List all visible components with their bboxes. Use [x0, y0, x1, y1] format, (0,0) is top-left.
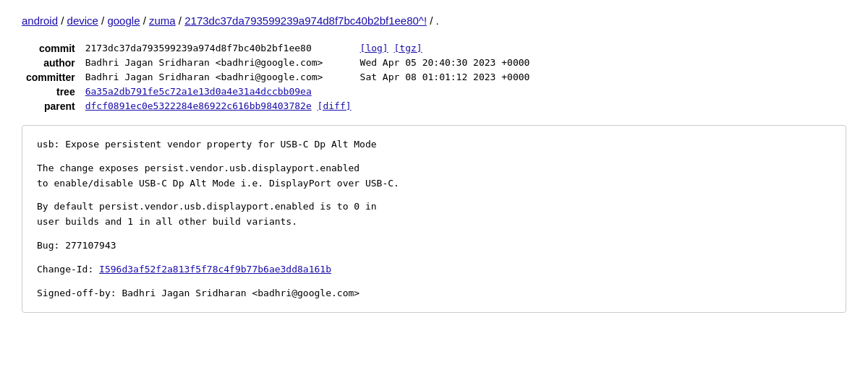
body-line2: to enable/disable USB-C Dp Alt Mode i.e.… — [37, 178, 399, 189]
commit-body-paragraph1: The change exposes persist.vendor.usb.di… — [37, 161, 831, 191]
tree-label: tree — [22, 85, 81, 99]
log-link[interactable]: [log] — [360, 43, 388, 53]
commit-row: commit 2173dc37da793599239a974d8f7bc40b2… — [22, 41, 534, 56]
body-line1: The change exposes persist.vendor.usb.di… — [37, 163, 359, 173]
breadcrumb-zuma[interactable]: zuma — [149, 14, 176, 27]
committer-name: Badhri Jagan Sridharan — [85, 72, 210, 82]
author-name: Badhri Jagan Sridharan — [85, 57, 210, 68]
author-email: <badhri@google.com> — [216, 57, 323, 68]
author-date: Wed Apr 05 20:40:30 2023 +0000 — [356, 56, 535, 70]
body-line3: By default persist.vendor.usb.displaypor… — [37, 201, 377, 212]
tree-row: tree 6a35a2db791fe5c72a1e13d0a4e31a4dccb… — [22, 85, 534, 99]
commit-hash-value: 2173dc37da793599239a974d8f7bc40b2bf1ee80 — [81, 41, 356, 56]
body-line4: user builds and 1 in all other build var… — [37, 216, 297, 227]
parent-row: parent dfcf0891ec0e5322284e86922c616bb98… — [22, 99, 534, 113]
committer-date: Sat Apr 08 01:01:12 2023 +0000 — [356, 70, 535, 85]
parent-hash-link[interactable]: dfcf0891ec0e5322284e86922c616bb98403782e — [85, 100, 312, 111]
change-id-label: Change-Id: — [37, 264, 99, 275]
author-value: Badhri Jagan Sridharan <badhri@google.co… — [81, 56, 356, 70]
parent-label: parent — [22, 99, 81, 113]
commit-body-paragraph2: By default persist.vendor.usb.displaypor… — [37, 199, 831, 230]
commit-signed-off: Signed-off-by: Badhri Jagan Sridharan <b… — [37, 286, 831, 301]
committer-row: committer Badhri Jagan Sridharan <badhri… — [22, 70, 534, 85]
commit-label: commit — [22, 41, 81, 56]
commit-change-id-line: Change-Id: I596d3af52f2a813f5f78c4f9b77b… — [37, 262, 831, 277]
breadcrumb-commit-ref[interactable]: 2173dc37da793599239a974d8f7bc40b2bf1ee80… — [184, 14, 427, 27]
breadcrumb-device[interactable]: device — [67, 14, 98, 27]
commit-bug: Bug: 277107943 — [37, 238, 831, 254]
tree-value: 6a35a2db791fe5c72a1e13d0a4e31a4dccbb09ea — [81, 85, 356, 99]
committer-label: committer — [22, 70, 81, 85]
breadcrumb: android / device / google / zuma / 2173d… — [22, 14, 846, 27]
author-label: author — [22, 56, 81, 70]
committer-value: Badhri Jagan Sridharan <badhri@google.co… — [81, 70, 356, 85]
tree-hash-link[interactable]: 6a35a2db791fe5c72a1e13d0a4e31a4dccbb09ea — [85, 86, 312, 97]
change-id-link[interactable]: I596d3af52f2a813f5f78c4f9b77b6ae3dd8a161… — [99, 264, 331, 275]
tgz-link[interactable]: [tgz] — [394, 43, 422, 53]
breadcrumb-android[interactable]: android — [22, 14, 58, 27]
log-link-wrap: [log] — [360, 43, 394, 53]
commit-message-box: usb: Expose persistent vendor property f… — [22, 125, 846, 313]
author-row: author Badhri Jagan Sridharan <badhri@go… — [22, 56, 534, 70]
breadcrumb-google[interactable]: google — [107, 14, 140, 27]
tgz-link-wrap: [tgz] — [394, 43, 422, 53]
commit-subject: usb: Expose persistent vendor property f… — [37, 137, 831, 152]
commit-links: [log] [tgz] — [356, 41, 535, 56]
diff-link[interactable]: [diff] — [318, 100, 352, 111]
parent-value: dfcf0891ec0e5322284e86922c616bb98403782e… — [81, 99, 356, 113]
committer-email: <badhri@google.com> — [216, 72, 323, 82]
commit-info: commit 2173dc37da793599239a974d8f7bc40b2… — [22, 41, 846, 113]
